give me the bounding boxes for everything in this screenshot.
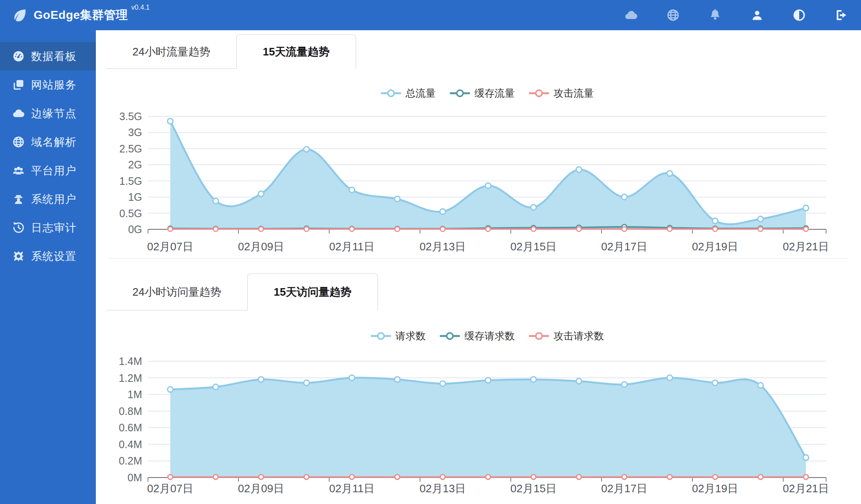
sidebar-item-label: 数据看板	[31, 49, 77, 64]
svg-text:02月11日: 02月11日	[329, 482, 375, 495]
app-header: GoEdge集群管理 v0.4.1	[0, 0, 861, 30]
svg-text:02月13日: 02月13日	[420, 482, 466, 495]
tab-15d-traffic[interactable]: 15天流量趋势	[236, 34, 356, 69]
x-axis-labels: 02月07日02月09日02月11日02月13日02月15日02月17日02月1…	[147, 482, 829, 495]
sidebar-item-dashboard[interactable]: 数据看板	[0, 42, 96, 71]
svg-text:02月19日: 02月19日	[692, 240, 738, 253]
svg-text:2G: 2G	[128, 159, 142, 171]
svg-text:3G: 3G	[128, 126, 142, 138]
svg-text:0.6M: 0.6M	[119, 422, 142, 433]
svg-text:02月13日: 02月13日	[420, 240, 466, 253]
svg-text:2.5G: 2.5G	[119, 143, 142, 155]
globe-icon[interactable]	[666, 8, 680, 22]
section-divider	[107, 258, 848, 259]
legend-label: 总流量	[406, 87, 436, 100]
header-icons	[596, 0, 848, 30]
svg-text:02月09日: 02月09日	[238, 240, 284, 253]
legend-item[interactable]: 缓存流量	[449, 87, 515, 100]
legend-marker	[380, 88, 401, 99]
dashboard-icon	[12, 50, 25, 63]
sidebar-item-label: 网站服务	[31, 78, 77, 92]
svg-text:02月19日: 02月19日	[692, 482, 738, 495]
y-axis-labels: 0G0.5G1G1.5G2G2.5G3G3.5G	[119, 110, 142, 235]
svg-text:3.5G: 3.5G	[119, 110, 142, 122]
leaf-icon	[12, 7, 28, 23]
legend-item[interactable]: 请求数	[370, 329, 426, 343]
svg-text:02月11日: 02月11日	[329, 240, 375, 253]
series-请求数	[170, 378, 806, 478]
requests-trend-tabs: 24小时访问量趋势 15天访问量趋势	[106, 273, 378, 310]
tab-24h-requests[interactable]: 24小时访问量趋势	[106, 273, 247, 310]
svg-text:0.2M: 0.2M	[119, 455, 142, 467]
legend-item[interactable]: 缓存请求数	[439, 329, 515, 343]
x-axis-labels: 02月07日02月09日02月11日02月13日02月15日02月17日02月1…	[147, 240, 829, 253]
legend-marker	[449, 88, 470, 99]
traffic-chart[interactable]: 0G0.5G1G1.5G2G2.5G3G3.5G02月07日02月09日02月1…	[0, 101, 861, 260]
svg-text:02月17日: 02月17日	[601, 482, 647, 495]
legend-label: 请求数	[396, 329, 426, 343]
tab-24h-traffic[interactable]: 24小时流量趋势	[106, 34, 236, 69]
legend-marker	[370, 331, 391, 341]
legend-item[interactable]: 攻击请求数	[528, 329, 604, 343]
legend-label: 攻击流量	[554, 87, 594, 100]
logout-icon[interactable]	[834, 8, 848, 22]
svg-text:0G: 0G	[128, 223, 142, 235]
legend-marker	[528, 331, 549, 341]
traffic-trend-tabs: 24小时流量趋势 15天流量趋势	[106, 34, 356, 69]
legend-marker	[528, 88, 549, 99]
legend-label: 缓存请求数	[465, 329, 515, 343]
svg-text:02月17日: 02月17日	[601, 240, 647, 253]
svg-text:0M: 0M	[127, 472, 142, 483]
svg-text:02月07日: 02月07日	[147, 240, 193, 253]
tab-15d-requests[interactable]: 15天访问量趋势	[247, 273, 378, 310]
legend-label: 缓存流量	[475, 87, 515, 100]
legend-item[interactable]: 攻击流量	[528, 87, 594, 100]
user-icon[interactable]	[750, 8, 764, 22]
svg-text:02月15日: 02月15日	[510, 240, 557, 253]
svg-text:02月21日: 02月21日	[783, 482, 829, 495]
svg-text:02月15日: 02月15日	[510, 482, 557, 495]
page: GoEdge集群管理 v0.4.1	[0, 0, 861, 504]
requests-chart-legend: 请求数缓存请求数攻击请求数	[148, 328, 826, 344]
svg-text:1.4M: 1.4M	[119, 355, 142, 367]
sidebar-item-sites[interactable]: 网站服务	[0, 71, 96, 99]
clone-icon	[12, 78, 25, 92]
svg-text:1M: 1M	[127, 388, 142, 400]
y-axis-labels: 0M0.2M0.4M0.6M0.8M1M1.2M1.4M	[119, 355, 142, 483]
traffic-chart-legend: 总流量缓存流量攻击流量	[148, 85, 826, 102]
svg-text:02月09日: 02月09日	[238, 482, 284, 495]
svg-text:02月07日: 02月07日	[147, 482, 193, 495]
svg-text:02月21日: 02月21日	[783, 240, 829, 253]
legend-label: 攻击请求数	[554, 329, 604, 343]
cloud-icon[interactable]	[624, 8, 638, 22]
app-version: v0.4.1	[131, 4, 150, 11]
contrast-icon[interactable]	[792, 8, 806, 22]
requests-chart[interactable]: 0M0.2M0.4M0.6M0.8M1M1.2M1.4M02月07日02月09日…	[0, 344, 861, 504]
svg-text:0.4M: 0.4M	[119, 438, 142, 450]
legend-marker	[439, 331, 460, 341]
app-title: GoEdge集群管理	[34, 6, 128, 24]
svg-text:1.5G: 1.5G	[119, 175, 142, 187]
legend-item[interactable]: 总流量	[380, 87, 436, 100]
svg-text:0.8M: 0.8M	[119, 405, 142, 417]
app-logo[interactable]: GoEdge集群管理 v0.4.1	[12, 6, 150, 24]
svg-text:0.5G: 0.5G	[119, 207, 142, 219]
svg-text:1G: 1G	[128, 191, 142, 203]
svg-text:1.2M: 1.2M	[119, 372, 142, 384]
bell-icon[interactable]	[708, 8, 722, 22]
